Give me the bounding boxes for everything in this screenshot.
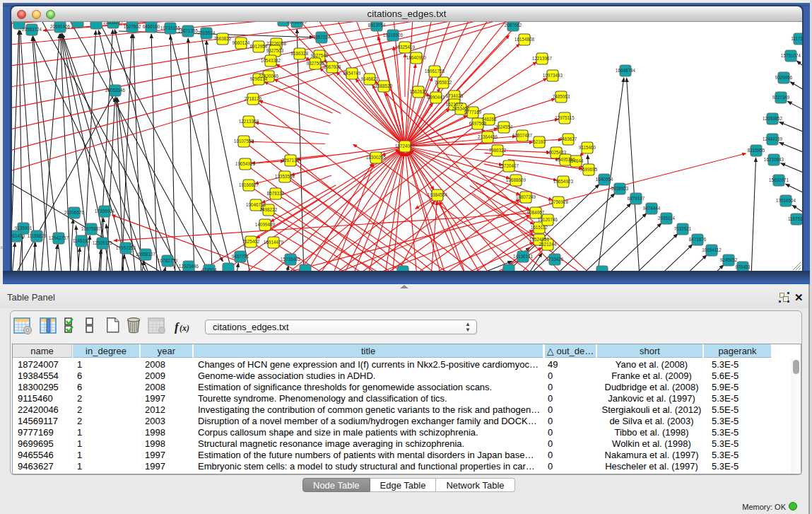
svg-text:954644: 954644 bbox=[568, 158, 584, 163]
svg-text:10553287: 10553287 bbox=[103, 22, 124, 25]
svg-text:3498222: 3498222 bbox=[260, 207, 278, 212]
svg-text:1588520: 1588520 bbox=[375, 83, 393, 88]
svg-text:8912954: 8912954 bbox=[250, 44, 268, 49]
svg-text:19654925: 19654925 bbox=[235, 161, 256, 166]
svg-text:12975115: 12975115 bbox=[555, 115, 575, 120]
svg-text:8471676: 8471676 bbox=[689, 237, 707, 242]
svg-text:7515524: 7515524 bbox=[198, 30, 216, 35]
svg-text:12505125: 12505125 bbox=[93, 240, 113, 245]
svg-text:2718176: 2718176 bbox=[245, 96, 262, 101]
svg-text:1615112: 1615112 bbox=[531, 225, 548, 230]
svg-text:9329966: 9329966 bbox=[775, 75, 793, 80]
svg-text:12323446: 12323446 bbox=[179, 264, 199, 269]
svg-text:18807249: 18807249 bbox=[516, 194, 536, 199]
svg-text:124504: 124504 bbox=[201, 267, 217, 271]
svg-text:16782759: 16782759 bbox=[158, 258, 178, 263]
svg-text:10654112: 10654112 bbox=[702, 247, 722, 252]
svg-text:9457791: 9457791 bbox=[232, 254, 249, 259]
svg-text:3267130: 3267130 bbox=[282, 158, 300, 163]
svg-text:10756928: 10756928 bbox=[548, 199, 569, 204]
svg-text:11156829: 11156829 bbox=[27, 233, 47, 238]
svg-text:8813054: 8813054 bbox=[368, 23, 386, 28]
svg-text:17016504: 17016504 bbox=[776, 198, 796, 203]
svg-text:8215955: 8215955 bbox=[748, 148, 765, 153]
svg-text:28053346: 28053346 bbox=[105, 88, 126, 93]
svg-text:9296134: 9296134 bbox=[250, 76, 268, 81]
svg-text:6734028: 6734028 bbox=[446, 93, 464, 98]
svg-text:9777169: 9777169 bbox=[464, 110, 482, 115]
svg-text:2521244: 2521244 bbox=[539, 242, 557, 247]
svg-text:8578334: 8578334 bbox=[267, 191, 285, 196]
svg-text:9327508: 9327508 bbox=[307, 61, 324, 66]
svg-text:18724007: 18724007 bbox=[395, 144, 416, 148]
svg-text:7357224: 7357224 bbox=[313, 35, 331, 40]
svg-text:10975887: 10975887 bbox=[81, 226, 102, 231]
svg-text:9227349: 9227349 bbox=[772, 95, 790, 100]
svg-text:15716485: 15716485 bbox=[281, 257, 301, 262]
svg-text:16961758: 16961758 bbox=[425, 69, 445, 74]
svg-text:16154808: 16154808 bbox=[514, 37, 535, 42]
svg-text:8990443: 8990443 bbox=[428, 95, 445, 100]
svg-text:9474444: 9474444 bbox=[643, 206, 661, 211]
svg-text:19524851: 19524851 bbox=[529, 237, 550, 242]
svg-text:(x): (x) bbox=[180, 323, 189, 333]
svg-text:2935114: 2935114 bbox=[658, 216, 676, 221]
svg-text:20553724: 20553724 bbox=[22, 27, 42, 32]
svg-text:8186328: 8186328 bbox=[291, 51, 309, 56]
svg-text:12942757: 12942757 bbox=[49, 235, 69, 240]
svg-text:9084067: 9084067 bbox=[527, 210, 545, 215]
svg-text:9463627: 9463627 bbox=[560, 136, 577, 141]
svg-text:16648784: 16648784 bbox=[616, 68, 636, 73]
svg-text:7955812: 7955812 bbox=[435, 80, 452, 85]
svg-text:10973493: 10973493 bbox=[543, 73, 563, 78]
svg-text:9327546: 9327546 bbox=[311, 53, 329, 58]
svg-text:16120746: 16120746 bbox=[538, 217, 558, 222]
svg-text:9115460: 9115460 bbox=[579, 145, 596, 150]
svg-text:20206576: 20206576 bbox=[64, 210, 85, 215]
svg-text:7485063: 7485063 bbox=[553, 94, 570, 99]
svg-text:15751074: 15751074 bbox=[781, 53, 801, 58]
svg-text:14099489: 14099489 bbox=[255, 222, 276, 227]
svg-text:10543382: 10543382 bbox=[261, 58, 281, 63]
svg-text:19384554: 19384554 bbox=[428, 192, 448, 197]
svg-text:18640910: 18640910 bbox=[406, 55, 427, 60]
svg-text:12213369: 12213369 bbox=[239, 119, 259, 124]
svg-text:9699695: 9699695 bbox=[580, 167, 598, 172]
svg-text:10807487: 10807487 bbox=[512, 133, 533, 138]
svg-text:7986322: 7986322 bbox=[489, 148, 507, 153]
svg-text:12444159: 12444159 bbox=[763, 136, 783, 141]
svg-text:16033809: 16033809 bbox=[287, 22, 307, 24]
svg-text:9327503: 9327503 bbox=[266, 48, 284, 53]
svg-text:12213967: 12213967 bbox=[532, 56, 553, 61]
svg-text:15720407: 15720407 bbox=[499, 163, 519, 168]
svg-text:13325419: 13325419 bbox=[395, 45, 416, 49]
svg-text:19218506: 19218506 bbox=[383, 33, 404, 37]
svg-text:19166827: 19166827 bbox=[239, 182, 259, 187]
svg-text:7625402: 7625402 bbox=[242, 239, 260, 244]
svg-text:9660124: 9660124 bbox=[233, 40, 250, 45]
svg-text:21364436: 21364436 bbox=[478, 134, 498, 139]
svg-text:19654923: 19654923 bbox=[553, 179, 574, 184]
svg-text:6466160: 6466160 bbox=[143, 24, 160, 29]
svg-text:1733426: 1733426 bbox=[546, 257, 564, 262]
svg-text:12093852: 12093852 bbox=[763, 116, 783, 121]
svg-text:15692971: 15692971 bbox=[769, 177, 789, 182]
svg-text:16671355: 16671355 bbox=[178, 28, 199, 33]
svg-text:2087682: 2087682 bbox=[505, 23, 522, 28]
svg-text:16210643: 16210643 bbox=[764, 157, 784, 162]
svg-text:16914479: 16914479 bbox=[264, 240, 284, 245]
svg-text:9135001: 9135001 bbox=[15, 226, 33, 230]
svg-text:13353594: 13353594 bbox=[275, 174, 295, 179]
svg-text:17957253: 17957253 bbox=[116, 245, 136, 250]
svg-text:10046738: 10046738 bbox=[246, 202, 266, 207]
svg-text:1562615: 1562615 bbox=[410, 89, 428, 94]
svg-text:1117334: 1117334 bbox=[791, 36, 802, 41]
svg-text:20691406: 20691406 bbox=[50, 24, 71, 29]
svg-text:5938923: 5938923 bbox=[611, 186, 629, 191]
svg-text:62160: 62160 bbox=[533, 139, 546, 144]
svg-text:10958107: 10958107 bbox=[136, 252, 156, 257]
svg-text:1640954: 1640954 bbox=[596, 177, 613, 182]
svg-text:17359924: 17359924 bbox=[95, 209, 115, 214]
svg-text:1527602: 1527602 bbox=[124, 24, 141, 29]
svg-text:3624554: 3624554 bbox=[495, 124, 513, 129]
